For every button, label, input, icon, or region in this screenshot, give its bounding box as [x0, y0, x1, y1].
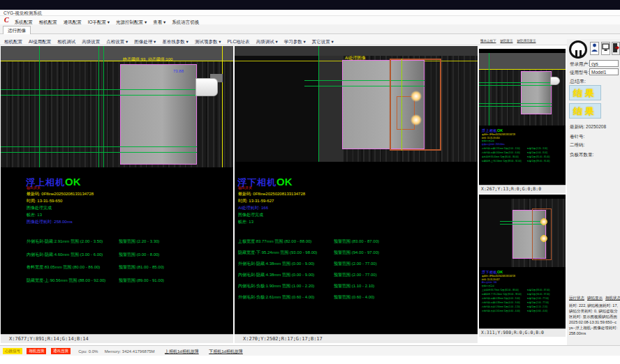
- thumb-top-pixel-status: X:267;Y:13;R:0;G:0;B:0: [479, 185, 566, 193]
- output-switch-label: 输出开关: [27, 185, 40, 190]
- thumb-header-link[interactable]: 缺陷显示: [501, 39, 513, 43]
- warning-range: 预警范围:(81.00 - 85.00): [119, 264, 164, 271]
- output-switch-label: 输出开关: [238, 185, 252, 190]
- app-logo-icon: C: [4, 16, 9, 24]
- menu-item[interactable]: 通讯配置: [64, 20, 82, 24]
- model-field[interactable]: Model1: [589, 68, 619, 75]
- measurement-row: 内侧毛刺-隐藏:4.60mm 范围:(3.00 - 6.00) 预警范围:(0.…: [27, 252, 230, 258]
- cpu-usage: Cpu: 0.0%: [78, 349, 98, 354]
- process-done-label: 图像处理完成: [238, 212, 263, 218]
- machine-dark-panel: [235, 46, 318, 162]
- status-bar: 心跳信号 相机连接 通讯连接 Cpu: 0.0% Memory: 3424.41…: [0, 345, 620, 356]
- weld-glow-spot: [411, 91, 422, 102]
- measure-value-overlay: 73.88: [173, 69, 184, 73]
- measurement-value: 内侧毛刺-负极:1.90mm 范围:(1.00 - 2.20): [238, 283, 334, 289]
- toolbar-button[interactable]: 基准线参数 ▾: [162, 39, 189, 44]
- comm-connect-badge: 通讯连接: [51, 348, 71, 354]
- sidebar-bottom-tab[interactable]: 运行状态: [569, 296, 584, 300]
- pause-button[interactable]: [569, 40, 587, 59]
- measurement-value: 外侧毛刺-负极:2.61mm 范围:(0.60 - 4.00): [238, 294, 334, 301]
- measurement-row: 外侧毛刺-负极:2.61mm 范围:(0.60 - 4.00) 预警范围:(0.…: [238, 294, 462, 301]
- ai-elapsed-label: AI处理耗时: 166: [238, 205, 268, 211]
- toolbar-button[interactable]: 图像处理 ▾: [134, 39, 156, 44]
- menu-item[interactable]: 光源控制配置 ▾: [116, 20, 147, 24]
- thumb-header-link[interactable]: 曝光点检下: [480, 39, 496, 43]
- bottom-camera-fault-link[interactable]: 下相机1d相机故障: [209, 349, 243, 354]
- left-view-pixel-status: X:7677;Y:891;R:14;G:14;B:14: [1, 334, 233, 343]
- measurement-value: 内侧毛刺-隐藏:4.38mm 范围:(0.00 - 9.00): [238, 272, 334, 278]
- machine-band: [1, 46, 233, 61]
- warning-range: 预警范围:(0.60 - 4.00): [334, 294, 374, 301]
- menu-item[interactable]: 系统配置: [15, 20, 33, 24]
- reference-line-yellow: [222, 46, 223, 167]
- machine-band: [235, 46, 478, 56]
- warning-range: 预警范围:(2.00 - 77.00): [334, 261, 377, 267]
- toolbar-button[interactable]: PLC地址表: [227, 39, 249, 44]
- toolbar-button[interactable]: AI使用配置: [29, 39, 51, 44]
- thumb-header-link[interactable]: 缺陷调亮显示: [517, 39, 536, 43]
- exit-icon: [612, 43, 619, 53]
- model-label: 使用型号:: [570, 70, 589, 76]
- thumb-bottom-pixel-status: X:311;Y:980;R:0;G:0;B:0: [479, 328, 566, 337]
- measurement-rows: 外侧毛刺-隐藏:2.91mm 范围:(2.00 - 3.50) 预警范围:(2.…: [27, 238, 230, 290]
- user-lock-button[interactable]: [590, 42, 599, 55]
- sidebar-bottom-tabs: 运行状态缺陷显示相机状态: [569, 296, 620, 301]
- baseline-green: [103, 46, 104, 167]
- measurement-value: 外侧毛刺-隐藏:4.38mm 范围:(0.00 - 9.00): [238, 261, 334, 267]
- warning-range: 预警范围:(1.10 - 2.10): [334, 283, 374, 289]
- measure-line-green: [1, 152, 197, 153]
- camera-view-float-bottom[interactable]: AI处理图像 浮下相机OK 输出开关 最新码: 0Ffline202502081…: [235, 46, 478, 334]
- warning-range: 预警范围:(0.00 - 8.00): [119, 252, 159, 258]
- result-display-bottom: 结果: [569, 103, 601, 119]
- measure-line-green: [1, 146, 197, 147]
- measurement-row: 上极宽度:83.77mm 范围:(82.00 - 88.00) 预警范围:(83…: [238, 238, 462, 245]
- electrode-cell-region: [120, 64, 197, 165]
- capture-time: 时间: 13-31-59-627: [238, 198, 274, 204]
- machine-mid-panel: [318, 46, 344, 162]
- thumb-header-links: 曝光点检下缺陷显示缺陷调亮显示: [480, 38, 566, 45]
- menu-bar: C系统配置相机配置通讯配置IO手配置 ▾光源控制配置 ▾查看 ▾系统语言切换: [0, 16, 620, 24]
- measurement-rows: 上极宽度:83.77mm 范围:(82.00 - 88.00) 预警范围:(83…: [238, 238, 462, 305]
- menu-item[interactable]: 系统语言切换: [172, 20, 199, 24]
- control-sidebar: 登录用户: cys 使用型号: Model1 总结果: 结果 结果 最新码: 2…: [567, 39, 620, 345]
- pause-icon: [574, 47, 582, 59]
- process-done-label: 图像处理完成: [27, 205, 52, 211]
- thumbnail-bottom-camera[interactable]: 浮下相机OK 最新码: 0Ffline20250208133134728 时间:…: [479, 195, 566, 328]
- toolbar-button[interactable]: 相机配置: [4, 39, 22, 44]
- login-user-label: 登录用户:: [570, 61, 589, 68]
- camera-image-bottom: AI处理图像: [235, 46, 478, 162]
- toolbar-button[interactable]: 其它设置 ▾: [312, 39, 334, 44]
- toolbar-button[interactable]: 学习参数 ▾: [284, 39, 306, 44]
- camera-image-top: 静态阈值:93, 动态阈值:100 73.88: [1, 46, 233, 167]
- thumbnail-top-camera[interactable]: 浮上相机OK 最新码: 0Ffline20250208133134728 时间:…: [479, 49, 566, 185]
- measure-line-green: [1, 95, 197, 96]
- monitor-button[interactable]: [601, 42, 610, 55]
- measurement-row: 外侧毛刺-隐藏:2.91mm 范围:(2.00 - 3.50) 预警范围:(2.…: [27, 238, 230, 245]
- measurement-value: 隐藏宽度-上:90.56mm 范围:(88.00 - 92.00): [27, 278, 119, 284]
- menu-item[interactable]: 相机配置: [39, 20, 57, 24]
- measure-line-green: [1, 89, 197, 90]
- measurement-value: 外侧毛刺-隐藏:2.91mm 范围:(2.00 - 3.50): [27, 238, 119, 245]
- measurement-value: 上极宽度:83.77mm 范围:(82.00 - 88.00): [238, 238, 334, 245]
- warning-range: 预警范围:(2.00 - 77.00): [334, 272, 377, 278]
- top-camera-fault-link[interactable]: 上相机1d相机故障: [165, 349, 199, 354]
- exit-button[interactable]: [612, 42, 620, 55]
- login-user-field[interactable]: cys: [589, 60, 619, 67]
- toolbar-button[interactable]: 高级设置: [82, 39, 100, 44]
- toolbar-button[interactable]: 相机调试: [57, 39, 75, 44]
- toolbar-button[interactable]: 点检设置 ▾: [106, 39, 128, 44]
- camera-connect-badge: 相机连接: [27, 348, 46, 354]
- menu-item[interactable]: IO手配置 ▾: [88, 20, 110, 24]
- sidebar-bottom-tab[interactable]: 缺陷显示: [587, 296, 603, 300]
- latest-code: 最新码: 0Ffline20250208133134728: [27, 191, 94, 197]
- camera-view-float-top[interactable]: 静态阈值:93, 动态阈值:100 73.88 浮上相机OK 输出开关 最新码:…: [1, 46, 233, 334]
- latest-code-label: 最新码: 20250208: [570, 124, 606, 130]
- result-ok: OK: [276, 176, 293, 188]
- weld-glow-spot: [411, 114, 422, 126]
- menu-item[interactable]: 查看 ▾: [153, 20, 165, 24]
- capture-time: 时间: 13-31-59-650: [27, 198, 62, 204]
- sidebar-bottom-tab[interactable]: 相机状态: [605, 296, 620, 300]
- center-view-pixel-status: X:270;Y:2502;R:17;G:17;B:17: [235, 334, 478, 343]
- toolbar-button[interactable]: 测试项参数 ▾: [195, 39, 221, 44]
- toolbar-button[interactable]: 高级调试 ▾: [256, 39, 278, 44]
